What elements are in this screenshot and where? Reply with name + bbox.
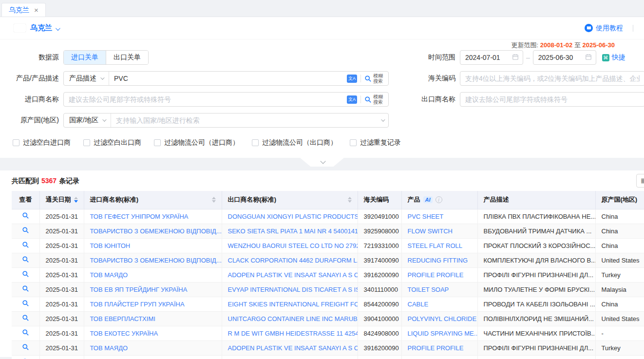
sort-icon[interactable] <box>74 197 78 203</box>
view-record-button[interactable] <box>22 329 29 336</box>
fuzzy-search-button[interactable]: 模糊搜索 <box>364 94 384 105</box>
col-exporter[interactable]: 出口商名称(标准) <box>222 191 358 209</box>
checkbox-filter-blank-exporter[interactable]: 过滤空白出口商 <box>83 138 141 147</box>
hs-code-cell: 3917400090 <box>358 253 401 267</box>
search-icon <box>364 75 372 82</box>
view-record-button[interactable] <box>22 300 29 307</box>
product-cell: PVC SHEET <box>401 209 477 224</box>
col-importer[interactable]: 进口商名称(标准) <box>84 191 222 209</box>
table-row: 2025-01-31ТОВ ЮНІТОНWENZHOU BAORUI STEEL… <box>12 238 644 253</box>
date-end-field[interactable] <box>533 50 596 65</box>
chevron-down-icon <box>56 24 59 32</box>
import-manifest-button[interactable]: 进口关单 <box>64 51 106 64</box>
checkbox-filter-logistics-importer[interactable]: 过滤物流公司（进口商） <box>154 138 239 147</box>
importer-link[interactable]: ТОВ МАЯДО <box>90 271 128 279</box>
exporter-input[interactable] <box>460 92 644 107</box>
product-link[interactable]: STEEL FLAT ROLL <box>408 242 462 249</box>
exporter-cell: CLACK CORPORATION 4462 DURAFORM L... <box>222 253 358 267</box>
exporter-link[interactable]: UNITCARGO CONTAINER LINE INC MARUB... <box>228 315 358 322</box>
product-link[interactable]: CABLE <box>408 301 429 308</box>
view-record-button[interactable] <box>22 314 29 321</box>
origin-search-input[interactable] <box>111 113 381 127</box>
translate-icon[interactable]: 文A <box>347 95 357 104</box>
exporter-link[interactable]: CLACK CORPORATION 4462 DURAFORM L... <box>228 257 358 264</box>
description-cell: ЧАСТИНИ МЕХАНІЧНИХ ПРИСТОЇВ... <box>477 326 595 340</box>
importer-link[interactable]: ТОВАРИСТВО З ОБМЕЖЕНОЮ ВІДПОВІД... <box>90 227 222 235</box>
date-start-field[interactable] <box>460 50 523 65</box>
view-record-button[interactable] <box>22 212 29 219</box>
product-link[interactable]: TOILET SOAP <box>408 286 449 293</box>
search-icon <box>364 96 372 103</box>
product-link[interactable]: PVC SHEET <box>408 213 444 220</box>
fuzzy-search-button[interactable]: 模糊搜索 <box>364 73 384 84</box>
sort-icon[interactable] <box>212 197 216 203</box>
importer-link[interactable]: ТОВАРИСТВО З ОБМЕЖЕНОЮ ВІДПОВІД... <box>90 257 222 264</box>
importer-link[interactable]: ТОВ ЕКОТЕС УКРАЇНА <box>90 330 158 337</box>
origin-cell: United States <box>595 355 644 359</box>
importer-cell: ТОВ ЕВЕРПЛАСТХІМІ <box>84 311 222 326</box>
view-record-button[interactable] <box>22 343 29 351</box>
date-start-input[interactable] <box>461 54 512 61</box>
exporter-link[interactable]: EVYAP INTERNATIONAL DIS TICARET A S IS..… <box>228 286 358 293</box>
close-icon[interactable]: × <box>34 6 38 14</box>
product-link[interactable]: REDUCING FITTING <box>408 257 468 264</box>
exporter-cell: DONGGUAN XIONGYI PLASTIC PRODUCTS ... <box>222 209 358 224</box>
importer-link[interactable]: ТОВ ЕВЕРПЛАСТХІМІ <box>90 315 155 322</box>
importer-link[interactable]: ТОВ ГЕФЕСТ УНІПРОМ УКРАЇНА <box>90 213 189 220</box>
translate-icon[interactable]: 文A <box>347 75 357 83</box>
view-record-button[interactable] <box>22 241 29 248</box>
importer-input[interactable] <box>64 93 347 106</box>
col-date[interactable]: 通关日期 <box>39 191 84 209</box>
exporter-link[interactable]: WENZHOU BAORUI STEEL CO LTD NO 2792... <box>228 242 358 249</box>
table-row: 2025-01-31ТОВ ГЕФЕСТ УНІПРОМ УКРАЇНАDONG… <box>12 209 644 224</box>
hs-code-cell: 7219331000 <box>358 238 401 253</box>
tutorial-button[interactable]: 使用教程 <box>585 24 623 33</box>
importer-link[interactable]: ТОВ ЮНІТОН <box>90 242 131 249</box>
hs-code-input[interactable] <box>460 71 644 86</box>
product-link[interactable]: PROFILE PROFILE <box>408 271 464 279</box>
suffix-divider <box>360 95 361 103</box>
exporter-link[interactable]: ADOPEN PLASTIK VE INSAAT SANAYI A S O... <box>228 344 358 352</box>
importer-cell: ТОВАРИСТВО З ОБМЕЖЕНОЮ ВІДПОВІД... <box>84 224 222 238</box>
date-end-input[interactable] <box>534 54 585 61</box>
view-cell <box>12 311 39 326</box>
checkbox-filter-duplicates[interactable]: 过滤重复记录 <box>350 138 401 147</box>
product-search-input[interactable] <box>109 72 347 85</box>
date-range-separator: – <box>526 54 530 61</box>
product-link[interactable]: LIQUID SPRAYING ME... <box>408 330 478 337</box>
product-link[interactable]: FLOW SWITCH <box>408 227 453 235</box>
export-manifest-button[interactable]: 出口关单 <box>106 51 148 64</box>
table-settings-button[interactable]: ≣ <box>636 174 644 188</box>
exporter-link[interactable]: SEKO SIETA SRL PIATA 1 MAI NR 4 5400141 … <box>228 227 358 235</box>
country-selector[interactable]: 乌克兰 <box>30 23 52 33</box>
view-record-button[interactable] <box>22 227 29 234</box>
product-link[interactable]: POLYVINYL CHLORIDE <box>408 315 477 322</box>
product-link[interactable]: PROFILE PROFILE <box>408 344 464 352</box>
collapse-panel-handle[interactable] <box>300 158 344 167</box>
view-record-button[interactable] <box>22 270 29 278</box>
time-range-label: 时间范围 <box>397 53 455 62</box>
fuzzy-search-label: 模糊搜索 <box>373 73 384 84</box>
exporter-link[interactable]: EIGHT SKIES INTERNATIONAL FREIGHT FOR... <box>228 301 358 308</box>
sort-icon[interactable] <box>348 197 352 203</box>
importer-link[interactable]: ТОВ МАЯДО <box>90 344 128 352</box>
origin-type-select[interactable]: 国家/地区 <box>64 113 111 127</box>
quick-select-button[interactable]: ⌘ 快捷 <box>602 53 625 62</box>
exporter-link[interactable]: ADOPEN PLASTIK VE INSAAT SANAYI A S O... <box>228 271 358 279</box>
importer-link[interactable]: ТОВ ЕВ ЯП ТРЕЙДИНГ УКРАЇНА <box>90 286 188 293</box>
exporter-link[interactable]: DONGGUAN XIONGYI PLASTIC PRODUCTS ... <box>228 213 358 220</box>
checkbox-filter-logistics-exporter[interactable]: 过滤物流公司（出口商） <box>252 138 337 147</box>
product-type-select[interactable]: 产品描述 <box>64 72 109 85</box>
description-cell: ВБУДОВАНИЙ ТРИМАЧ ДАТЧИКА ... <box>477 224 595 238</box>
data-source-label: 数据源 <box>0 53 59 62</box>
importer-link[interactable]: ТОВ ПЛАЙСТЕР ГРУП УКРАЇНА <box>90 301 185 308</box>
filter-row-source: 数据源 进口关单 出口关单 更新范围: 2008-01-02 至 2025-06… <box>0 50 644 65</box>
view-record-button[interactable] <box>22 285 29 292</box>
importer-input-group: 文A 模糊搜索 <box>63 92 389 107</box>
checkbox-filter-blank-importer[interactable]: 过滤空白进口商 <box>13 138 71 147</box>
exporter-link[interactable]: R M DE WIT GMBH HEIDESTRASSE 11 4254... <box>228 330 358 337</box>
tab-ukraine[interactable]: 乌克兰 × <box>1 3 46 17</box>
view-record-button[interactable] <box>22 256 29 263</box>
info-icon[interactable]: i <box>436 196 442 203</box>
hs-code-cell: 3920491000 <box>358 209 401 224</box>
